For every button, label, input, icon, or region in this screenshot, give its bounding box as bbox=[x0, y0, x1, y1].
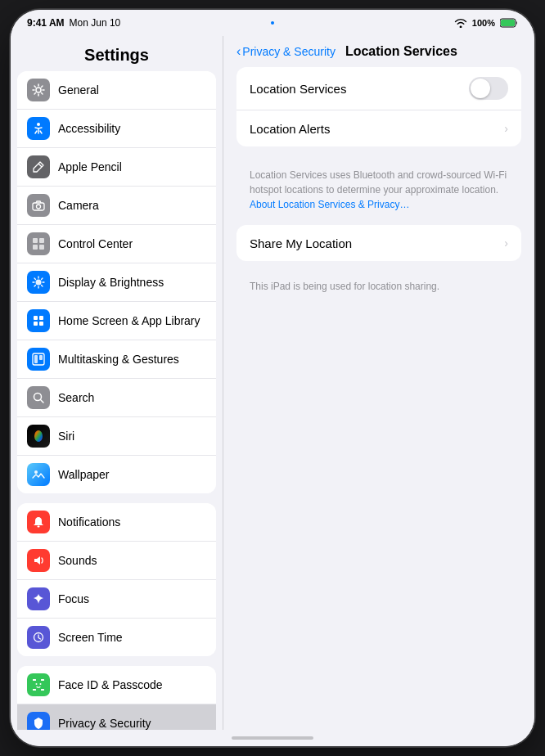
svg-rect-26 bbox=[41, 689, 44, 691]
svg-point-19 bbox=[34, 430, 43, 442]
sidebar-item-display[interactable]: Display & Brightness bbox=[17, 263, 216, 302]
control-center-icon bbox=[27, 232, 50, 255]
apple-pencil-label: Apple Pencil bbox=[58, 160, 122, 173]
svg-rect-9 bbox=[39, 245, 44, 250]
sidebar-item-search[interactable]: Search bbox=[17, 379, 216, 417]
multitasking-icon bbox=[27, 348, 50, 371]
svg-point-20 bbox=[34, 470, 38, 474]
svg-rect-16 bbox=[34, 355, 38, 363]
back-chevron-icon: ‹ bbox=[236, 44, 241, 59]
breadcrumb-label: Privacy & Security bbox=[242, 45, 336, 58]
location-footer: Location Services uses Bluetooth and cro… bbox=[236, 163, 521, 225]
general-icon bbox=[27, 79, 50, 101]
accessibility-icon bbox=[27, 117, 50, 140]
sidebar: Settings General Accessibility bbox=[11, 36, 223, 730]
sidebar-item-focus[interactable]: Focus bbox=[17, 580, 216, 619]
detail-content: Location Services Location Alerts › Loca… bbox=[223, 67, 534, 302]
svg-point-10 bbox=[36, 280, 42, 286]
notifications-label: Notifications bbox=[58, 515, 120, 529]
sidebar-group-1: General Accessibility Apple Pencil bbox=[17, 71, 216, 493]
svg-rect-17 bbox=[39, 355, 43, 360]
svg-point-27 bbox=[36, 683, 38, 685]
face-id-label: Face ID & Passcode bbox=[58, 678, 163, 691]
apple-pencil-icon bbox=[27, 155, 50, 178]
detail-title: Location Services bbox=[345, 44, 457, 59]
location-alerts-label: Location Alerts bbox=[250, 122, 330, 136]
sidebar-item-apple-pencil[interactable]: Apple Pencil bbox=[17, 148, 216, 187]
svg-rect-7 bbox=[39, 238, 44, 243]
status-icons: 100% bbox=[454, 18, 518, 28]
svg-rect-13 bbox=[34, 322, 38, 326]
share-my-location-label: Share My Location bbox=[250, 236, 352, 250]
back-button[interactable]: ‹ Privacy & Security bbox=[236, 44, 336, 59]
svg-rect-8 bbox=[33, 245, 38, 250]
camera-icon bbox=[27, 194, 50, 217]
svg-point-3 bbox=[37, 123, 40, 126]
sounds-label: Sounds bbox=[58, 554, 97, 567]
status-date: Mon Jun 10 bbox=[70, 17, 121, 29]
search-label: Search bbox=[58, 391, 94, 404]
notifications-icon bbox=[27, 511, 50, 533]
sidebar-group-3: Face ID & Passcode Privacy & Security bbox=[17, 666, 216, 730]
status-time: 9:41 AM bbox=[27, 17, 65, 29]
location-footer-text: Location Services uses Bluetooth and cro… bbox=[250, 169, 507, 196]
accessibility-label: Accessibility bbox=[58, 122, 120, 135]
toggle-knob bbox=[471, 79, 490, 98]
bottom-bar bbox=[11, 730, 534, 746]
sidebar-item-general[interactable]: General bbox=[17, 71, 216, 110]
battery-text: 100% bbox=[472, 18, 495, 28]
wifi-icon bbox=[454, 18, 467, 28]
wallpaper-icon bbox=[27, 463, 50, 486]
sounds-icon bbox=[27, 549, 50, 572]
detail-panel: ‹ Privacy & Security Location Services L… bbox=[223, 36, 534, 730]
svg-rect-25 bbox=[33, 689, 36, 691]
location-alerts-row[interactable]: Location Alerts › bbox=[236, 110, 521, 146]
search-icon bbox=[27, 386, 50, 409]
siri-icon bbox=[27, 425, 50, 448]
sidebar-title: Settings bbox=[11, 36, 223, 71]
sidebar-item-camera[interactable]: Camera bbox=[17, 187, 216, 225]
svg-rect-24 bbox=[41, 679, 44, 681]
status-bar: 9:41 AM Mon Jun 10 100% bbox=[11, 10, 534, 36]
home-screen-icon bbox=[27, 309, 50, 332]
location-services-row: Location Services bbox=[236, 67, 521, 110]
sidebar-item-control-center[interactable]: Control Center bbox=[17, 225, 216, 263]
location-services-group: Location Services Location Alerts › bbox=[236, 67, 521, 146]
svg-rect-1 bbox=[501, 20, 515, 26]
share-my-location-row[interactable]: Share My Location › bbox=[236, 225, 521, 261]
sidebar-item-wallpaper[interactable]: Wallpaper bbox=[17, 456, 216, 493]
svg-rect-11 bbox=[34, 316, 38, 320]
sidebar-item-siri[interactable]: Siri bbox=[17, 417, 216, 456]
sidebar-item-multitasking[interactable]: Multitasking & Gestures bbox=[17, 340, 216, 379]
sidebar-item-sounds[interactable]: Sounds bbox=[17, 542, 216, 580]
privacy-icon bbox=[27, 712, 50, 730]
sidebar-item-accessibility[interactable]: Accessibility bbox=[17, 110, 216, 148]
location-footer-link[interactable]: About Location Services & Privacy… bbox=[250, 199, 409, 210]
sidebar-item-notifications[interactable]: Notifications bbox=[17, 503, 216, 542]
share-description: This iPad is being used for location sha… bbox=[236, 277, 521, 302]
privacy-label: Privacy & Security bbox=[58, 717, 151, 730]
display-icon bbox=[27, 271, 50, 294]
display-label: Display & Brightness bbox=[58, 276, 164, 289]
face-id-icon bbox=[27, 673, 50, 696]
focus-label: Focus bbox=[58, 592, 89, 605]
home-indicator bbox=[232, 736, 313, 740]
svg-rect-6 bbox=[33, 238, 38, 243]
wallpaper-label: Wallpaper bbox=[58, 468, 110, 481]
svg-point-28 bbox=[40, 683, 42, 685]
detail-nav: ‹ Privacy & Security Location Services bbox=[223, 36, 534, 67]
sidebar-item-home-screen[interactable]: Home Screen & App Library bbox=[17, 302, 216, 340]
battery-icon bbox=[500, 18, 518, 28]
location-services-toggle[interactable] bbox=[469, 77, 508, 100]
location-services-label: Location Services bbox=[250, 82, 346, 96]
camera-label: Camera bbox=[58, 199, 99, 212]
sidebar-item-privacy[interactable]: Privacy & Security bbox=[17, 704, 216, 730]
sidebar-item-screen-time[interactable]: Screen Time bbox=[17, 619, 216, 656]
control-center-label: Control Center bbox=[58, 237, 133, 250]
share-location-group: Share My Location › bbox=[236, 225, 521, 261]
svg-point-5 bbox=[37, 205, 41, 209]
screen-time-label: Screen Time bbox=[58, 631, 123, 644]
multitasking-label: Multitasking & Gestures bbox=[58, 353, 179, 366]
sidebar-item-face-id[interactable]: Face ID & Passcode bbox=[17, 666, 216, 704]
svg-rect-14 bbox=[39, 322, 43, 326]
